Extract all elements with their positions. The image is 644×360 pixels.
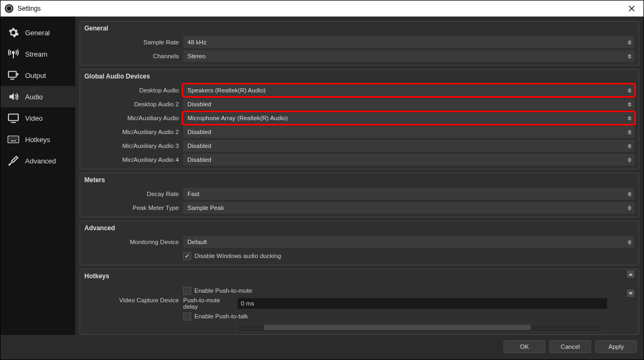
output-icon	[7, 70, 20, 81]
combo-sample-rate[interactable]: 48 kHz	[183, 36, 634, 48]
sidebar-item-label: Hotkeys	[25, 136, 50, 144]
label-desktop-audio: Desktop Audio	[80, 87, 183, 93]
label-monitoring-device: Monitoring Device	[80, 239, 183, 245]
window-title: Settings	[18, 5, 41, 12]
footer: OK Cancel Apply	[1, 335, 643, 359]
combo-mic-aux-3[interactable]: Disabled	[183, 140, 634, 152]
check-icon	[183, 312, 191, 320]
sidebar-item-video[interactable]: Video	[1, 107, 75, 129]
spinner-icon	[626, 99, 633, 109]
spinner-icon	[626, 127, 633, 137]
titlebar: Settings	[1, 1, 643, 17]
label-desktop-audio-2: Desktop Audio 2	[80, 101, 183, 107]
group-title-devices: Global Audio Devices	[80, 69, 639, 83]
label-mic-aux-3: Mic/Auxiliary Audio 3	[80, 143, 183, 149]
gear-icon	[7, 27, 20, 38]
sidebar: General Stream Output Audio	[1, 17, 75, 335]
combo-desktop-audio[interactable]: Speakers (Realtek(R) Audio)	[183, 84, 634, 96]
combo-channels[interactable]: Stereo	[183, 50, 634, 62]
combo-mic-aux-4[interactable]: Disabled	[183, 154, 634, 166]
combo-peak-meter[interactable]: Sample Peak	[183, 202, 634, 214]
sidebar-item-label: Video	[25, 114, 43, 122]
sidebar-item-stream[interactable]: Stream	[1, 43, 75, 65]
apply-button[interactable]: Apply	[595, 340, 637, 353]
group-meters: Meters Decay Rate Fast Peak Meter Type S…	[80, 173, 639, 217]
label-peak-meter: Peak Meter Type	[80, 205, 183, 211]
close-button[interactable]	[624, 3, 639, 14]
combo-decay-rate[interactable]: Fast	[183, 188, 634, 200]
group-title-meters: Meters	[80, 173, 639, 187]
body: General Stream Output Audio	[1, 17, 643, 335]
svg-rect-2	[9, 114, 18, 121]
combo-mic-aux[interactable]: Microphone Array (Realtek(R) Audio)	[183, 112, 634, 124]
speaker-icon	[7, 91, 20, 102]
sidebar-item-advanced[interactable]: Advanced	[1, 150, 75, 171]
group-title-advanced: Advanced	[80, 221, 639, 235]
label-video-capture-device: Video Capture Device	[80, 285, 183, 303]
label-disable-ducking: Disable Windows audio ducking	[194, 253, 281, 259]
antenna-icon	[7, 49, 20, 59]
cancel-button[interactable]: Cancel	[549, 340, 591, 353]
input-push-mute-delay[interactable]: 0 ms	[238, 298, 607, 309]
spinner-icon	[626, 113, 633, 123]
spinner-icon	[626, 237, 633, 247]
checkbox-disable-ducking[interactable]: Disable Windows audio ducking	[183, 252, 634, 260]
group-devices: Global Audio Devices Desktop Audio Speak…	[80, 69, 639, 169]
group-hotkeys: Hotkeys Video Capture Device Enable Push…	[80, 269, 639, 335]
spinner-icon	[626, 85, 633, 95]
keyboard-icon	[7, 134, 20, 145]
sidebar-item-general[interactable]: General	[1, 22, 75, 43]
label-decay-rate: Decay Rate	[80, 191, 183, 197]
scroll-up-button[interactable]	[627, 270, 634, 278]
sidebar-item-label: Audio	[25, 93, 43, 101]
sidebar-item-label: General	[25, 29, 50, 37]
spinner-icon	[626, 203, 633, 213]
sidebar-item-audio[interactable]: Audio	[1, 86, 75, 107]
checkbox-push-to-mute[interactable]: Enable Push-to-mute	[183, 287, 252, 295]
checkbox-push-to-talk[interactable]: Enable Push-to-talk	[183, 312, 248, 320]
titlebar-left: Settings	[5, 4, 41, 13]
svg-point-0	[12, 51, 14, 53]
combo-desktop-audio-2[interactable]: Disabled	[183, 98, 634, 110]
sidebar-item-output[interactable]: Output	[1, 65, 75, 86]
group-title-general: General	[80, 21, 639, 35]
sidebar-item-label: Output	[25, 72, 46, 80]
label-mic-aux-4: Mic/Auxiliary Audio 4	[80, 156, 183, 163]
sidebar-item-hotkeys[interactable]: Hotkeys	[1, 129, 75, 150]
label-channels: Channels	[80, 53, 183, 59]
check-icon	[183, 287, 191, 295]
label-push-to-mute: Enable Push-to-mute	[194, 287, 252, 294]
group-advanced: Advanced Monitoring Device Default Disab…	[80, 221, 639, 265]
spinner-icon	[626, 37, 633, 47]
group-title-hotkeys: Hotkeys	[80, 269, 639, 283]
spinner-icon	[626, 155, 633, 165]
label-push-mute-delay: Push-to-mute delay	[183, 297, 234, 310]
app-icon	[5, 4, 13, 13]
content-area: General Sample Rate 48 kHz Channels Ster…	[75, 17, 643, 335]
settings-window: Settings General Stream	[0, 0, 644, 360]
svg-rect-1	[9, 72, 17, 77]
combo-monitoring-device[interactable]: Default	[183, 236, 634, 248]
monitor-icon	[7, 113, 20, 123]
svg-point-4	[9, 164, 11, 166]
group-general: General Sample Rate 48 kHz Channels Ster…	[80, 21, 639, 66]
label-sample-rate: Sample Rate	[80, 39, 183, 45]
sidebar-item-label: Stream	[25, 50, 48, 58]
spinner-icon	[626, 51, 633, 61]
spinner-icon	[626, 141, 633, 151]
ok-button[interactable]: OK	[504, 340, 545, 353]
label-push-to-talk: Enable Push-to-talk	[194, 313, 248, 319]
scroll-down-button[interactable]	[627, 289, 634, 297]
label-mic-aux: Mic/Auxiliary Audio	[80, 115, 183, 121]
combo-mic-aux-2[interactable]: Disabled	[183, 126, 634, 138]
sidebar-item-label: Advanced	[25, 157, 56, 165]
tools-icon	[7, 155, 20, 166]
label-mic-aux-2: Mic/Auxiliary Audio 2	[80, 129, 183, 135]
spinner-icon	[626, 189, 633, 199]
check-icon	[183, 252, 191, 260]
horizontal-scrollbar[interactable]	[237, 324, 601, 332]
